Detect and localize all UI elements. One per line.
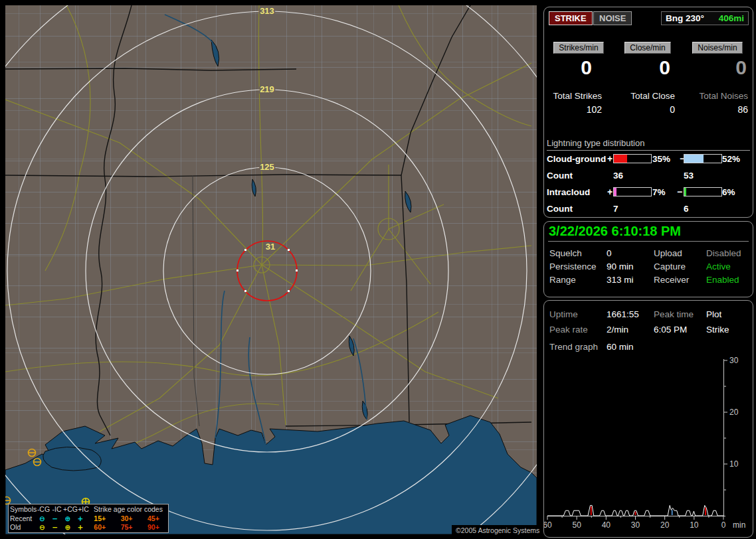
- close-per-min-value: 0: [611, 56, 685, 79]
- ic-minus-pct: 6%: [722, 187, 735, 197]
- age-30: 30+: [113, 514, 140, 524]
- intracloud-row: Intracloud + 7% − 6%: [547, 184, 750, 200]
- capture-status: Active: [706, 260, 747, 273]
- ring-label-31: 31: [266, 242, 275, 252]
- plus-sign: +: [607, 187, 613, 197]
- strike-toggle-button[interactable]: STRIKE: [549, 11, 593, 25]
- age-45: 45+: [140, 514, 167, 524]
- trend-graph-row: Trend graph 60 min: [549, 342, 634, 352]
- cg-minus-pct: 52%: [722, 154, 740, 164]
- minus-sign: −: [677, 187, 682, 197]
- squelch-label: Squelch: [549, 247, 607, 260]
- bearing-value: Bng 230°: [666, 13, 704, 23]
- upload-label: Upload: [654, 247, 706, 260]
- svg-text:0: 0: [721, 520, 726, 530]
- ic-minus-bar-fill: [684, 188, 686, 196]
- cloud-ground-row: Cloud-ground + 35% − 52%: [547, 151, 750, 167]
- receiver-status: Enabled: [706, 273, 747, 287]
- legend-col-pos-cg: +CG: [63, 505, 77, 514]
- trend-graph-label: Trend graph: [549, 342, 607, 352]
- rate-badges-row: Strikes/min Close/min Noises/min: [547, 42, 750, 54]
- close-per-min-badge[interactable]: Close/min: [624, 42, 670, 54]
- svg-text:50: 50: [572, 520, 581, 530]
- uptime-row: Uptime 1661:55 Peak time Plot: [549, 307, 749, 322]
- receiver-label: Receiver: [654, 273, 706, 287]
- legend-col-pos-ic: +IC: [77, 505, 90, 514]
- ring-label-219: 219: [260, 84, 274, 94]
- persistence-value: 90 min: [607, 260, 654, 273]
- legend-col-neg-ic: -IC: [50, 505, 63, 514]
- neg-cg-old-icon: ⊖: [35, 523, 48, 532]
- pos-ic-recent-icon: +: [74, 514, 86, 524]
- ic-plus-count: 7: [613, 204, 618, 214]
- svg-text:10: 10: [729, 459, 739, 469]
- total-close-value: 0: [611, 104, 685, 115]
- range-value: 313 mi: [607, 273, 654, 287]
- legend-symbols-header: Symbols: [10, 505, 37, 514]
- peak-time-label: Peak time: [654, 307, 706, 322]
- lightning-distribution-section: Lightning type distribution Cloud-ground…: [547, 138, 750, 217]
- neg-ic-old-icon: −: [49, 523, 61, 532]
- age-15: 15+: [86, 514, 113, 524]
- ic-minus-bar: [684, 187, 722, 196]
- trend-graph-window: 60 min: [607, 342, 634, 352]
- total-labels-row: Total Strikes Total Close Total Noises: [547, 91, 750, 101]
- noises-per-min-value: 0: [685, 56, 750, 79]
- lightning-map[interactable]: 313 219 125 31 Symbols -CG -IC +CG +: [5, 5, 537, 534]
- total-values-row: 102 0 86: [547, 104, 750, 115]
- settings-row: Range 313 mi Receiver Enabled: [549, 273, 747, 287]
- strikes-per-min-badge[interactable]: Strikes/min: [553, 42, 603, 54]
- ic-minus-count: 6: [684, 204, 689, 214]
- range-value: 406mi: [719, 13, 744, 23]
- upload-status: Disabled: [706, 247, 747, 260]
- svg-text:20: 20: [660, 520, 670, 530]
- uptime-grid: Uptime 1661:55 Peak time Plot Peak rate …: [549, 307, 749, 337]
- svg-text:40: 40: [602, 520, 611, 530]
- total-strikes-value: 102: [547, 104, 611, 115]
- cg-plus-pct: 35%: [652, 154, 670, 164]
- cloud-ground-label: Cloud-ground: [547, 154, 606, 164]
- settings-grid: Squelch 0 Upload Disabled Persistence 90…: [549, 247, 747, 287]
- capture-label: Capture: [654, 260, 706, 273]
- noises-per-min-badge[interactable]: Noises/min: [692, 42, 742, 54]
- pos-cg-old-icon: ⊕: [61, 523, 74, 532]
- status-panel: 3/22/2026 6:10:18 PM Squelch 0 Upload Di…: [543, 221, 753, 297]
- bearing-range-readout: Bng 230° 406mi: [661, 11, 749, 25]
- rate-values-row: 0 0 0: [547, 56, 750, 79]
- legend-recent-row: Recent ⊖ − ⊕ + 15+ 30+ 45+: [10, 514, 167, 524]
- count-label: Count: [547, 204, 573, 214]
- cloud-ground-count-row: Count 36 53: [547, 167, 750, 184]
- ring-label-125: 125: [260, 162, 274, 172]
- trend-chart: 6050403020100min102030: [544, 356, 751, 534]
- legend-old-label: Old: [10, 523, 35, 532]
- cg-plus-bar: [613, 154, 652, 163]
- uptime-label: Uptime: [549, 307, 607, 322]
- cg-minus-bar-fill: [684, 155, 704, 163]
- settings-row: Persistence 90 min Capture Active: [549, 260, 747, 273]
- peak-rate-value: 2/min: [607, 322, 654, 337]
- plot-mode-value: Strike: [706, 322, 749, 337]
- distribution-title: Lightning type distribution: [547, 138, 750, 148]
- datetime-display: 3/22/2026 6:10:18 PM: [549, 224, 681, 239]
- strikes-per-min-value: 0: [547, 56, 611, 79]
- peak-time-value: 6:05 PM: [654, 322, 706, 337]
- legend-age-header: Strike age color codes: [90, 505, 167, 514]
- plus-sign: +: [607, 153, 613, 164]
- noise-toggle-button[interactable]: NOISE: [593, 11, 632, 25]
- map-canvas: 313 219 125 31: [5, 5, 537, 534]
- total-strikes-label: Total Strikes: [547, 91, 611, 101]
- svg-text:30: 30: [631, 520, 640, 530]
- nexstorm-window: { "toolbar": { "strike_label": "STRIKE",…: [0, 0, 756, 539]
- svg-text:20: 20: [729, 408, 739, 417]
- intracloud-label: Intracloud: [547, 187, 590, 197]
- copyright-text: ©2005 Astrogenic Systems: [452, 525, 541, 536]
- age-60: 60+: [86, 523, 113, 532]
- ic-plus-bar: [613, 187, 652, 196]
- legend-recent-label: Recent: [10, 514, 35, 524]
- trend-panel: Uptime 1661:55 Peak time Plot Peak rate …: [543, 300, 753, 538]
- strike-counters-panel: STRIKE NOISE Bng 230° 406mi Strikes/min …: [543, 7, 753, 218]
- peak-rate-row: Peak rate 2/min 6:05 PM Strike: [549, 322, 749, 337]
- cg-minus-count: 53: [684, 171, 694, 181]
- range-label: Range: [549, 273, 607, 287]
- svg-text:10: 10: [690, 520, 699, 530]
